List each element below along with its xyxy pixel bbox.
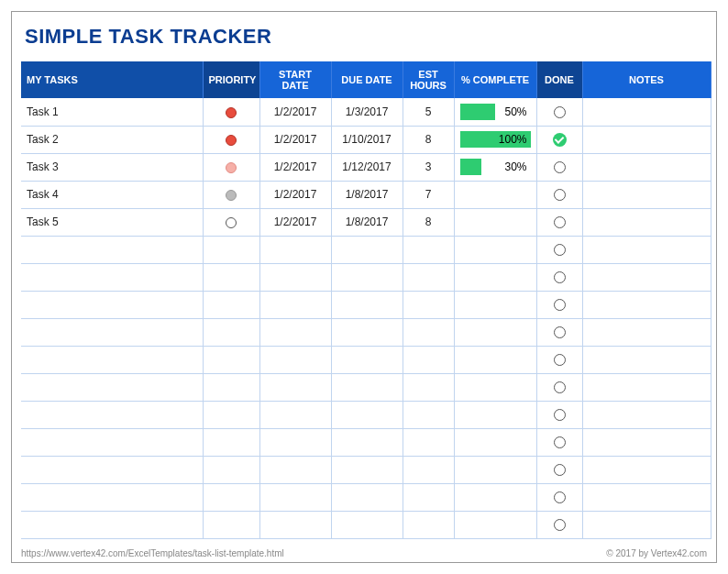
cell-est-hours[interactable] — [403, 511, 454, 538]
cell-due-date[interactable]: 1/3/2017 — [331, 98, 403, 126]
cell-notes[interactable] — [582, 126, 711, 153]
cell-priority[interactable] — [203, 153, 259, 181]
cell-done[interactable] — [536, 263, 582, 291]
cell-priority[interactable] — [203, 236, 259, 263]
cell-start-date[interactable] — [259, 483, 331, 511]
cell-priority[interactable] — [203, 456, 259, 483]
cell-task-name[interactable] — [21, 263, 203, 291]
cell-pct-complete[interactable] — [454, 208, 536, 236]
cell-task-name[interactable] — [21, 291, 203, 318]
col-header-start[interactable]: START DATE — [259, 61, 331, 98]
cell-est-hours[interactable] — [403, 401, 454, 428]
cell-start-date[interactable]: 1/2/2017 — [259, 98, 331, 126]
cell-done[interactable] — [536, 483, 582, 511]
cell-done[interactable] — [536, 428, 582, 456]
cell-pct-complete[interactable] — [454, 318, 536, 346]
cell-due-date[interactable]: 1/12/2017 — [331, 153, 403, 181]
cell-done[interactable] — [536, 126, 582, 153]
cell-pct-complete[interactable] — [454, 346, 536, 373]
cell-start-date[interactable]: 1/2/2017 — [259, 126, 331, 153]
cell-pct-complete[interactable] — [454, 511, 536, 538]
cell-done[interactable] — [536, 318, 582, 346]
cell-pct-complete[interactable]: 100% — [454, 126, 536, 153]
cell-start-date[interactable] — [259, 318, 331, 346]
cell-est-hours[interactable] — [403, 346, 454, 373]
cell-notes[interactable] — [582, 153, 711, 181]
cell-due-date[interactable] — [331, 318, 403, 346]
cell-due-date[interactable] — [331, 456, 403, 483]
cell-pct-complete[interactable] — [454, 428, 536, 456]
cell-notes[interactable] — [582, 263, 711, 291]
cell-task-name[interactable]: Task 3 — [21, 153, 203, 181]
cell-priority[interactable] — [203, 428, 259, 456]
cell-due-date[interactable] — [331, 346, 403, 373]
cell-task-name[interactable] — [21, 483, 203, 511]
cell-priority[interactable] — [203, 483, 259, 511]
cell-notes[interactable] — [582, 236, 711, 263]
cell-task-name[interactable] — [21, 346, 203, 373]
cell-pct-complete[interactable] — [454, 483, 536, 511]
cell-notes[interactable] — [582, 373, 711, 401]
cell-due-date[interactable] — [331, 236, 403, 263]
cell-est-hours[interactable]: 8 — [403, 126, 454, 153]
cell-pct-complete[interactable]: 30% — [454, 153, 536, 181]
cell-start-date[interactable] — [259, 291, 331, 318]
cell-notes[interactable] — [582, 346, 711, 373]
cell-task-name[interactable] — [21, 428, 203, 456]
cell-due-date[interactable] — [331, 483, 403, 511]
col-header-pct[interactable]: % COMPLETE — [454, 61, 536, 98]
cell-task-name[interactable]: Task 2 — [21, 126, 203, 153]
cell-task-name[interactable] — [21, 318, 203, 346]
cell-done[interactable] — [536, 181, 582, 208]
cell-done[interactable] — [536, 373, 582, 401]
cell-priority[interactable] — [203, 291, 259, 318]
cell-start-date[interactable] — [259, 511, 331, 538]
cell-due-date[interactable] — [331, 373, 403, 401]
cell-pct-complete[interactable] — [454, 181, 536, 208]
cell-priority[interactable] — [203, 98, 259, 126]
cell-due-date[interactable] — [331, 291, 403, 318]
cell-done[interactable] — [536, 401, 582, 428]
cell-priority[interactable] — [203, 511, 259, 538]
cell-task-name[interactable]: Task 4 — [21, 181, 203, 208]
cell-start-date[interactable] — [259, 236, 331, 263]
cell-start-date[interactable] — [259, 428, 331, 456]
cell-est-hours[interactable] — [403, 291, 454, 318]
cell-pct-complete[interactable] — [454, 401, 536, 428]
cell-start-date[interactable]: 1/2/2017 — [259, 181, 331, 208]
cell-priority[interactable] — [203, 208, 259, 236]
cell-due-date[interactable]: 1/8/2017 — [331, 208, 403, 236]
cell-notes[interactable] — [582, 318, 711, 346]
cell-est-hours[interactable] — [403, 483, 454, 511]
cell-est-hours[interactable]: 3 — [403, 153, 454, 181]
col-header-tasks[interactable]: MY TASKS — [21, 61, 203, 98]
cell-done[interactable] — [536, 208, 582, 236]
cell-done[interactable] — [536, 236, 582, 263]
col-header-due[interactable]: DUE DATE — [331, 61, 403, 98]
cell-done[interactable] — [536, 456, 582, 483]
cell-due-date[interactable] — [331, 263, 403, 291]
cell-notes[interactable] — [582, 98, 711, 126]
cell-due-date[interactable] — [331, 511, 403, 538]
cell-start-date[interactable]: 1/2/2017 — [259, 208, 331, 236]
cell-notes[interactable] — [582, 428, 711, 456]
cell-priority[interactable] — [203, 373, 259, 401]
cell-priority[interactable] — [203, 263, 259, 291]
cell-est-hours[interactable]: 5 — [403, 98, 454, 126]
cell-task-name[interactable] — [21, 401, 203, 428]
cell-pct-complete[interactable]: 50% — [454, 98, 536, 126]
cell-priority[interactable] — [203, 181, 259, 208]
cell-notes[interactable] — [582, 181, 711, 208]
cell-pct-complete[interactable] — [454, 373, 536, 401]
cell-priority[interactable] — [203, 318, 259, 346]
cell-start-date[interactable] — [259, 456, 331, 483]
col-header-priority[interactable]: PRIORITY — [203, 61, 259, 98]
cell-done[interactable] — [536, 346, 582, 373]
cell-notes[interactable] — [582, 208, 711, 236]
cell-est-hours[interactable] — [403, 456, 454, 483]
cell-est-hours[interactable] — [403, 263, 454, 291]
cell-start-date[interactable]: 1/2/2017 — [259, 153, 331, 181]
cell-task-name[interactable]: Task 1 — [21, 98, 203, 126]
cell-due-date[interactable] — [331, 428, 403, 456]
cell-pct-complete[interactable] — [454, 291, 536, 318]
